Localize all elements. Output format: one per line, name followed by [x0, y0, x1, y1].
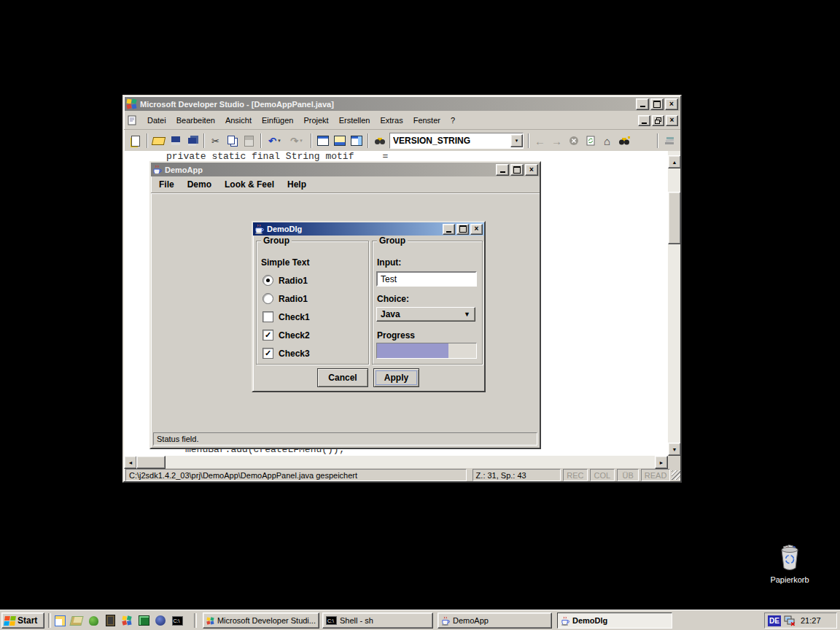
undo-button[interactable]: ↶ ▼: [264, 133, 286, 149]
window-layout-button[interactable]: [348, 133, 365, 149]
statusbar-message: C:\j2sdk1.4.2_03\prj\DemoApp\DemoAppPane…: [125, 469, 467, 481]
apply-button[interactable]: Apply: [373, 368, 419, 387]
recycle-bin[interactable]: Papierkorb: [766, 544, 814, 584]
cancel-button[interactable]: Cancel: [317, 368, 368, 387]
check-row-1[interactable]: Check1: [262, 311, 310, 322]
chevron-down-icon: ▼: [515, 139, 519, 143]
quicklaunch-green-creature-icon[interactable]: [86, 613, 101, 628]
demodlg-close-button[interactable]: ×: [470, 224, 483, 235]
check3-checked[interactable]: ✓: [262, 348, 273, 359]
refresh-button[interactable]: [582, 133, 599, 149]
demoapp-menu-demo[interactable]: Demo: [181, 178, 218, 191]
statusbar-ovr-indicator: ÜB: [617, 469, 639, 481]
editor-vscrollbar[interactable]: ▲ ▼: [668, 151, 680, 456]
minimize-button[interactable]: [636, 98, 649, 110]
task-button-demodlg-active[interactable]: DemoDlg: [557, 612, 672, 629]
toolbar-separator: [203, 133, 204, 148]
paste-icon: [244, 136, 254, 147]
scroll-left-button[interactable]: ◄: [124, 456, 137, 469]
dev-studio-titlebar[interactable]: Microsoft Developer Studio - [DemoAppPan…: [125, 97, 680, 111]
hscroll-thumb[interactable]: [136, 456, 166, 469]
scroll-right-button[interactable]: ►: [655, 456, 668, 469]
editor-hscrollbar[interactable]: ◄ ►: [124, 456, 668, 468]
menu-datei[interactable]: Datei: [142, 114, 171, 126]
open-file-button[interactable]: [150, 133, 167, 149]
radio2-unselected[interactable]: [262, 293, 273, 304]
radio-row-2[interactable]: Radio1: [262, 293, 308, 304]
toolbar-separator: [657, 133, 658, 148]
demodlg-minimize-button[interactable]: [443, 224, 455, 235]
menu-extras[interactable]: Extras: [375, 114, 408, 126]
mdi-restore-button[interactable]: [652, 115, 664, 126]
save-button[interactable]: [167, 133, 184, 149]
menu-einfuegen[interactable]: Einfügen: [257, 114, 298, 126]
taskbar-divider: [194, 613, 197, 628]
choice-combobox[interactable]: Java ▼: [376, 307, 475, 322]
resize-grip[interactable]: [672, 470, 680, 480]
demoapp-menu-lookandfeel[interactable]: Look & Feel: [218, 178, 281, 191]
quicklaunch-book-icon[interactable]: [103, 613, 117, 628]
find-combo-dropdown-button[interactable]: ▼: [510, 134, 523, 147]
output-window-button[interactable]: [331, 133, 348, 149]
maximize-button[interactable]: [650, 98, 664, 110]
menu-hilfe[interactable]: ?: [446, 114, 460, 126]
document-icon[interactable]: [128, 115, 136, 125]
task-button-shell[interactable]: C:\ Shell - sh: [322, 612, 433, 629]
check2-checked[interactable]: ✓: [262, 330, 273, 341]
editor-area[interactable]: private static final String motif = menu…: [124, 151, 680, 456]
menu-bearbeiten[interactable]: Bearbeiten: [171, 114, 220, 126]
save-all-button[interactable]: [184, 133, 201, 149]
find-combo[interactable]: VERSION_STRING ▼: [389, 133, 524, 149]
check-row-3[interactable]: ✓ Check3: [262, 348, 310, 359]
quicklaunch-show-desktop-icon[interactable]: [69, 613, 84, 628]
demoapp-close-button[interactable]: ×: [525, 164, 538, 176]
demodlg-maximize-button[interactable]: [456, 224, 469, 235]
demoapp-menu-help[interactable]: Help: [281, 178, 313, 191]
msdev-app-icon: [126, 98, 137, 109]
scroll-down-button[interactable]: ▼: [668, 443, 680, 456]
forward-icon: →: [551, 136, 562, 147]
input-field[interactable]: [376, 271, 477, 287]
language-indicator[interactable]: DE: [768, 615, 781, 626]
scroll-up-button[interactable]: ▲: [668, 155, 680, 168]
check1-unchecked[interactable]: [262, 311, 273, 322]
component-gallery-button[interactable]: [661, 133, 677, 149]
demodlg-titlebar[interactable]: DemoDlg ×: [253, 222, 484, 236]
start-button[interactable]: Start: [1, 612, 44, 629]
menu-erstellen[interactable]: Erstellen: [334, 114, 376, 126]
demoapp-menu-file[interactable]: File: [152, 178, 181, 191]
menu-ansicht[interactable]: Ansicht: [220, 114, 257, 126]
demoapp-minimize-button[interactable]: [496, 164, 509, 176]
quicklaunch-msdev-icon[interactable]: [120, 613, 134, 628]
demoapp-titlebar[interactable]: DemoApp ×: [151, 163, 540, 176]
close-button[interactable]: ×: [665, 98, 678, 110]
quicklaunch-document-pen-icon[interactable]: [52, 613, 67, 628]
cut-button[interactable]: ✂: [207, 133, 224, 149]
windows-logo-icon: [4, 616, 16, 626]
mdi-minimize-button[interactable]: [638, 115, 650, 126]
demoapp-status-text: Status field.: [157, 435, 198, 443]
search-button[interactable]: [615, 133, 632, 149]
task-button-msdev[interactable]: Microsoft Developer Studi...: [203, 612, 319, 629]
workspace-window-button[interactable]: [314, 133, 331, 149]
quicklaunch-blue-globe-icon[interactable]: [153, 613, 168, 628]
radio1-selected[interactable]: [262, 275, 273, 286]
network-disconnected-icon[interactable]: [784, 615, 796, 626]
undo-dropdown-icon[interactable]: ▼: [277, 139, 281, 143]
vscroll-thumb[interactable]: [668, 192, 680, 244]
maximize-icon: [653, 101, 661, 108]
new-file-button[interactable]: [127, 133, 144, 149]
copy-button[interactable]: [224, 133, 241, 149]
quicklaunch-console-icon[interactable]: C:\: [170, 613, 184, 628]
menu-fenster[interactable]: Fenster: [408, 114, 446, 126]
task-button-demoapp[interactable]: DemoApp: [438, 612, 552, 629]
check-row-2[interactable]: ✓ Check2: [262, 330, 310, 341]
quicklaunch-green-terminal-icon[interactable]: [136, 613, 151, 628]
code-line-top: private static final String motif =: [166, 151, 388, 162]
demoapp-maximize-button[interactable]: [510, 164, 524, 176]
radio-row-1[interactable]: Radio1: [262, 275, 308, 286]
find-in-files-button[interactable]: [371, 133, 388, 149]
mdi-close-button[interactable]: ×: [666, 115, 678, 126]
home-button[interactable]: ⌂: [599, 133, 615, 149]
menu-projekt[interactable]: Projekt: [298, 114, 333, 126]
